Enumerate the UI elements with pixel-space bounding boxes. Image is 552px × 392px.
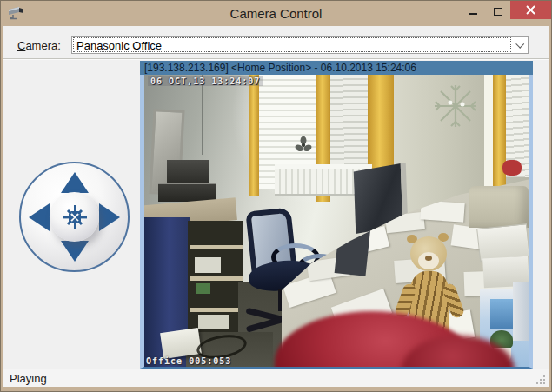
status-bar: Playing [3,369,549,387]
pan-up-arrow-icon[interactable] [61,172,89,193]
close-icon [526,5,535,15]
chevron-down-icon[interactable] [515,40,524,49]
red-object [502,160,522,176]
tiger-muzzle [418,252,439,269]
status-text: Playing [10,372,47,385]
stereo-equipment [167,160,209,183]
shelf-board [190,308,243,312]
title-bar[interactable]: Camera Control [0,0,552,26]
curtain [493,75,506,198]
software-box [513,282,529,341]
window-controls [460,1,551,19]
window-sliver [484,75,493,189]
toolbar-separator [3,58,549,60]
minimize-button[interactable] [460,1,485,19]
minimize-icon [469,13,477,15]
ptz-joystick[interactable] [19,162,130,272]
video-body: 06 OCT,13 13:24:07 Office 005:053 [140,75,533,369]
camera-select[interactable]: Panasonic Office [71,36,529,54]
video-header: [193.138.213.169] <Home Position> - 06.1… [140,61,533,75]
fan-decoration [292,134,315,156]
center-position-icon [59,202,90,233]
resize-grip-icon[interactable] [535,374,547,385]
maximize-icon [494,8,502,16]
floor-box [160,328,202,359]
hanging-cable [202,75,203,155]
crt-monitor [469,186,529,228]
pan-right-arrow-icon[interactable] [99,203,120,231]
close-button[interactable] [510,1,551,19]
camera-label: Camera: [17,39,61,52]
osd-timestamp: 06 OCT,13 13:24:07 [148,76,263,86]
camera-label-accesskey: C [17,39,25,52]
shelf-item [195,257,221,273]
video-panel: [193.138.213.169] <Home Position> - 06.1… [140,61,533,369]
pan-down-arrow-icon[interactable] [61,241,89,262]
camera-select-value: Panasonic Office [74,38,510,51]
shelf-item [196,283,210,294]
stereo-equipment [158,183,216,202]
snowflake-decoration [431,82,480,130]
video-header-text: [193.138.213.169] <Home Position> - 06.1… [144,62,416,74]
curtain [249,75,259,196]
joystick-ball[interactable] [50,192,99,242]
maximize-button[interactable] [485,1,510,19]
shelf-item [198,315,229,329]
shelf-board [190,245,243,249]
video-right-strip [529,75,533,367]
tiger-nose [425,256,432,261]
camera-video-frame[interactable]: 06 OCT,13 13:24:07 Office 005:053 [144,75,529,367]
camera-label-rest: amera: [25,39,60,52]
shelf-board [190,276,243,281]
client-area: Camera: Panasonic Office [3,26,549,387]
camera-control-window: Camera Control Camera: Panasonic Office [0,0,552,392]
pan-left-arrow-icon[interactable] [29,203,50,231]
osd-position: Office 005:053 [146,356,231,366]
